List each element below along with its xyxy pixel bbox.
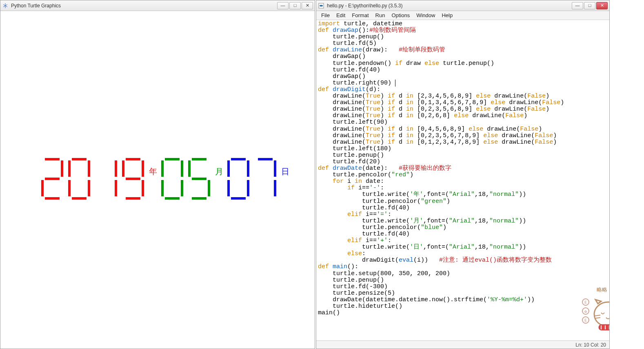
code-line: turtle.write('日',font=("Arial",18,"norma… xyxy=(318,244,608,251)
code-editor[interactable]: import turtle, datetimedef drawGap():#绘制… xyxy=(316,20,609,340)
code-line: turtle.fd(40) xyxy=(318,231,608,238)
code-line: drawLine(True) if d in [0,1,3,4,5,6,7,8,… xyxy=(318,100,608,106)
close-button[interactable]: ✕ xyxy=(596,2,608,9)
idle-titlebar[interactable]: hello.py - E:\python\hello.py (3.5.3) — … xyxy=(316,0,609,11)
code-line: drawLine(True) if d in [0,1,2,3,4,7,8,9]… xyxy=(318,139,608,146)
turtle-titlebar[interactable]: Python Turtle Graphics — □ ✕ xyxy=(0,0,315,11)
code-line: turtle.pencolor("red") xyxy=(318,172,608,178)
segment-digit xyxy=(161,158,183,200)
turtle-canvas: 年月日 xyxy=(0,11,315,349)
code-line: turtle.pencolor("green") xyxy=(318,198,608,205)
segment-digit xyxy=(41,158,63,200)
code-line: turtle.right(90) xyxy=(318,80,608,87)
code-line: turtle.fd(40) xyxy=(318,67,608,73)
maximize-button[interactable]: □ xyxy=(289,2,301,9)
code-line: turtle.penup() xyxy=(318,152,608,159)
code-line: turtle.left(90) xyxy=(318,119,608,126)
svg-text:E: E xyxy=(584,300,587,305)
code-line: turtle.setup(800, 350, 200, 200) xyxy=(318,271,608,277)
date-label: 年 xyxy=(149,166,157,177)
segment-digit xyxy=(227,158,249,200)
svg-text:✿: ✿ xyxy=(584,309,587,314)
segment-digit xyxy=(254,158,276,200)
date-digits: 年月日 xyxy=(41,158,293,200)
menu-help[interactable]: Help xyxy=(438,11,456,19)
menu-run[interactable]: Run xyxy=(372,11,389,19)
menu-edit[interactable]: Edit xyxy=(333,11,349,19)
date-label: 日 xyxy=(281,166,289,177)
code-line: import turtle, datetime xyxy=(318,21,608,27)
idle-title: hello.py - E:\python\hello.py (3.5.3) xyxy=(327,3,402,9)
python-file-icon xyxy=(318,2,324,9)
code-line: for i in date: xyxy=(318,178,608,185)
maximize-button[interactable]: □ xyxy=(584,2,595,9)
code-line: drawLine(True) if d in [2,3,4,5,6,8,9] e… xyxy=(318,93,608,100)
mascot-label: 略略 xyxy=(597,287,607,293)
cursor-position: Ln: 10 Col: 20 xyxy=(575,342,606,348)
code-line: drawLine(True) if d in [0,2,6,8] else dr… xyxy=(318,113,608,119)
menu-file[interactable]: File xyxy=(318,11,333,19)
menu-options[interactable]: Options xyxy=(388,11,413,19)
code-line: def drawDigit(d): xyxy=(318,87,608,93)
code-line: turtle.fd(5) xyxy=(318,40,608,47)
code-line: def drawDate(date): #获得要输出的数字 xyxy=(318,165,608,172)
code-line: drawLine(True) if d in [0,2,3,5,6,7,8,9]… xyxy=(318,133,608,139)
code-line: drawDigit(eval(i)) #注意: 通过eval()函数将数字变为整… xyxy=(318,257,608,264)
code-line: turtle.penup() xyxy=(318,34,608,40)
segment-digit xyxy=(95,158,117,200)
segment-digit xyxy=(68,158,90,200)
turtle-title: Python Turtle Graphics xyxy=(11,3,61,9)
close-button[interactable]: ✕ xyxy=(302,2,313,9)
code-line: turtle.write('月',font=("Arial",18,"norma… xyxy=(318,218,608,225)
segment-digit xyxy=(122,158,144,200)
idle-menubar: FileEditFormatRunOptionsWindowHelp xyxy=(316,11,609,20)
code-line: def drawLine(draw): #绘制单段数码管 xyxy=(318,47,608,53)
code-line: else: xyxy=(318,251,608,257)
date-label: 月 xyxy=(215,166,223,177)
code-line: turtle.fd(20) xyxy=(318,159,608,165)
code-line: turtle.pendown() if draw else turtle.pen… xyxy=(318,60,608,67)
code-line: turtle.pencolor("blue") xyxy=(318,225,608,231)
code-line: drawGap() xyxy=(318,53,608,60)
svg-rect-12 xyxy=(599,325,609,330)
code-line: def drawGap():#绘制数码管间隔 xyxy=(318,27,608,34)
svg-point-7 xyxy=(594,302,609,327)
turtle-icon xyxy=(2,2,9,9)
idle-window: hello.py - E:\python\hello.py (3.5.3) — … xyxy=(316,0,610,349)
segment-digit xyxy=(188,158,210,200)
code-line: drawLine(True) if d in [0,4,5,6,8,9] els… xyxy=(318,126,608,133)
minimize-button[interactable]: — xyxy=(572,2,583,9)
menu-format[interactable]: Format xyxy=(349,11,372,19)
mascot-overlay: 略略 E ✿ E xyxy=(555,279,604,328)
minimize-button[interactable]: — xyxy=(277,2,289,9)
code-line: turtle.left(180) xyxy=(318,146,608,152)
menu-window[interactable]: Window xyxy=(413,11,438,19)
code-line: elif i=='+': xyxy=(318,238,608,244)
code-line: turtle.fd(40) xyxy=(318,205,608,211)
code-line: def main(): xyxy=(318,264,608,270)
idle-statusbar: Ln: 10 Col: 20 xyxy=(316,340,609,349)
svg-text:E: E xyxy=(584,318,587,323)
code-line: drawGap() xyxy=(318,73,608,80)
code-line: drawLine(True) if d in [0,2,3,5,6,8,9] e… xyxy=(318,106,608,113)
code-line: elif i=='=': xyxy=(318,211,608,218)
turtle-window: Python Turtle Graphics — □ ✕ 年月日 xyxy=(0,0,315,349)
code-line: turtle.write('年',font=("Arial",18,"norma… xyxy=(318,191,608,198)
